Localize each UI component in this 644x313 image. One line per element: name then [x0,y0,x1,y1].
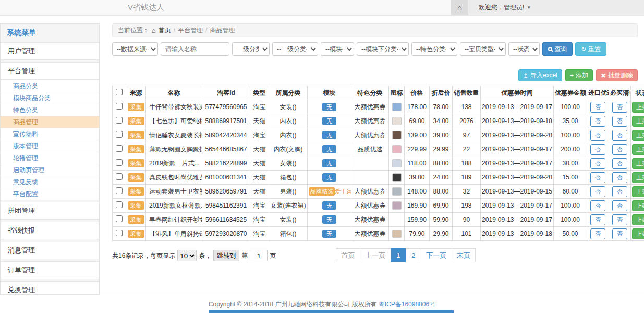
sidebar-item[interactable]: 商品分类 [1,80,99,92]
import-select-toggle[interactable]: 否 [590,172,605,183]
sidebar-group-6[interactable]: 兑换管理 [1,281,99,295]
must-buy-toggle[interactable]: 否 [612,130,627,141]
pager-button-上一页[interactable]: 上一页 [360,248,391,262]
breadcrumb-home-link[interactable]: 首页 [159,26,171,35]
jump-button[interactable]: 跳转到 [213,250,239,261]
feature-category [351,171,389,185]
page-size-select[interactable]: 10 [177,250,197,261]
sidebar-group-5[interactable]: 订单管理 [1,261,99,279]
feature-category: 大额优惠券 [351,185,389,199]
icp-link[interactable]: 粤ICP备16098006号 [379,300,435,309]
breadcrumb-item-platform[interactable]: 平台管理 [178,26,203,35]
import-select-toggle[interactable]: 否 [590,200,605,211]
table-footer: 共16条记录，每页显示 10 条， 跳转到 第 页 首页上一页12下一页末页 [112,248,638,263]
must-buy-toggle[interactable]: 否 [612,214,627,225]
import-select-toggle[interactable]: 否 [590,158,605,169]
row-checkbox[interactable] [116,187,123,194]
import-select-toggle[interactable]: 否 [590,130,605,141]
sidebar-group-1[interactable]: 平台管理 [1,62,99,80]
filter-select-7[interactable]: --状态-- [508,42,540,56]
product-type: 淘宝 [250,227,269,241]
add-button[interactable]: + 添加 [565,69,593,81]
row-checkbox[interactable] [116,145,123,152]
row-checkbox[interactable] [116,159,123,166]
taoke-id: 577479560965 [202,100,250,114]
row-checkbox[interactable] [116,117,123,124]
product-category: 箱包() [269,171,308,185]
taoke-id: 598451162391 [202,199,250,213]
filter-select-2[interactable]: --二级分类-- [272,42,318,56]
pager-button-首页[interactable]: 首页 [336,248,360,262]
query-button[interactable]: 查询 [542,42,573,56]
sidebar-item[interactable]: 商品管理 [1,116,99,128]
sidebar-item[interactable]: 宣传物料 [1,128,99,140]
sidebar-item[interactable]: 模块商品分类 [1,92,99,104]
import-select-toggle[interactable]: 否 [590,102,605,113]
pager-button-2[interactable]: 2 [406,248,421,262]
column-header: 所属分类 [269,86,308,100]
product-type: 淘宝 [250,128,269,142]
sidebar-item[interactable]: 特色分类 [1,104,99,116]
status-button[interactable]: 上架 [632,116,644,127]
must-buy-toggle[interactable]: 否 [612,172,627,183]
must-buy-toggle[interactable]: 否 [612,228,627,239]
sidebar-group-0[interactable]: 用户管理 [1,42,99,60]
reset-button[interactable]: ↻ 重置 [575,42,606,56]
sidebar-group-4[interactable]: 消息管理 [1,242,99,259]
status-button[interactable]: 上架 [632,130,644,141]
row-checkbox[interactable] [116,215,123,222]
must-buy-toggle[interactable]: 否 [612,116,627,127]
status-button[interactable]: 上架 [632,186,644,197]
must-buy-toggle[interactable]: 否 [612,144,627,155]
row-checkbox[interactable] [116,131,123,138]
row-checkbox[interactable] [116,103,123,110]
status-button[interactable]: 上架 [632,144,644,155]
coupon-time: 2019-09-13—2019-09-20 [481,171,554,185]
jump-page-input[interactable] [250,250,268,261]
status-button[interactable]: 上架 [632,102,644,113]
must-buy-toggle[interactable]: 否 [612,102,627,113]
must-buy-toggle[interactable]: 否 [612,186,627,197]
row-checkbox[interactable] [116,173,123,180]
bottom-scrollbar[interactable] [209,310,454,313]
sidebar-group-2[interactable]: 拼团管理 [1,202,99,220]
pager-button-末页[interactable]: 末页 [452,248,476,262]
import-select-toggle[interactable]: 否 [590,116,605,127]
import-select-toggle[interactable]: 否 [590,214,605,225]
sidebar-item[interactable]: 启动页管理 [1,164,99,176]
filter-select-6[interactable]: --宝贝类型-- [460,42,506,56]
import-select-toggle[interactable]: 否 [590,228,605,239]
sidebar-item[interactable]: 意见反馈 [1,176,99,188]
sidebar-menu: 用户管理平台管理商品分类模块商品分类特色分类商品管理宣传物料版本管理轮播管理启动… [1,42,99,295]
price: 178.00 [405,100,430,114]
row-checkbox[interactable] [116,230,123,236]
filter-select-4[interactable]: --模块下分类-- [357,42,409,56]
sidebar-group-3[interactable]: 省钱快报 [1,222,99,239]
row-checkbox[interactable] [116,201,123,208]
filter-select-0[interactable]: --数据来源-- [112,42,158,56]
status-button[interactable]: 上架 [632,214,644,225]
status-button[interactable]: 上架 [632,172,644,183]
batch-delete-button[interactable]: ✖ 批量删除 [596,69,638,81]
pager-button-1[interactable]: 1 [391,248,406,262]
sidebar-item[interactable]: 轮播管理 [1,152,99,164]
sidebar-item[interactable]: 平台配置 [1,188,99,200]
filter-select-3[interactable]: --模块-- [321,42,354,56]
status-button[interactable]: 上架 [632,200,644,211]
sidebar-item[interactable]: 版本管理 [1,140,99,152]
import-select-toggle[interactable]: 否 [590,144,605,155]
must-buy-toggle[interactable]: 否 [612,200,627,211]
import-select-toggle[interactable]: 否 [590,186,605,197]
filter-select-5[interactable]: --特色分类-- [411,42,457,56]
home-button[interactable]: ⌂ [451,0,468,15]
module-badge: 品牌精选 [309,187,335,196]
must-buy-toggle[interactable]: 否 [612,158,627,169]
status-button[interactable]: 上架 [632,228,644,239]
status-button[interactable]: 上架 [632,158,644,169]
pager-button-下一页[interactable]: 下一页 [421,248,452,262]
welcome-text[interactable]: 欢迎您，管理员! [479,3,524,12]
name-search-input[interactable] [161,42,229,56]
select-all-checkbox[interactable] [116,89,123,95]
filter-select-1[interactable]: 一级分类 [232,42,270,56]
import-excel-button[interactable]: ↥ 导入excel [518,69,562,81]
